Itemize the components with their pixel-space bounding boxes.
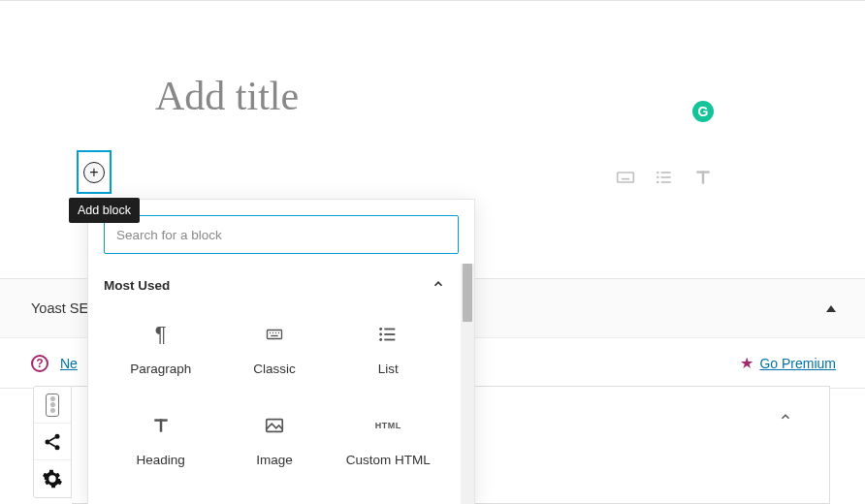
gear-icon bbox=[42, 468, 63, 489]
post-title-input[interactable]: Add title bbox=[155, 73, 299, 119]
html-icon: HTML bbox=[375, 412, 401, 439]
svg-point-8 bbox=[657, 176, 659, 179]
svg-rect-21 bbox=[385, 328, 396, 330]
plus-icon: + bbox=[83, 162, 105, 183]
svg-rect-25 bbox=[385, 338, 396, 340]
svg-line-33 bbox=[49, 443, 55, 446]
block-grid: ¶ Paragraph Classic List bbox=[104, 305, 445, 482]
svg-rect-14 bbox=[267, 330, 281, 338]
svg-rect-13 bbox=[702, 171, 705, 183]
collapse-up-icon bbox=[826, 305, 836, 312]
share-icon bbox=[43, 432, 62, 452]
block-inserter-panel: Most Used ¶ Paragraph Classic bbox=[87, 199, 475, 504]
svg-line-32 bbox=[49, 437, 55, 440]
block-heading[interactable]: Heading bbox=[104, 396, 217, 482]
svg-rect-23 bbox=[385, 333, 396, 335]
tab-social[interactable] bbox=[34, 424, 71, 460]
star-icon: ★ bbox=[740, 354, 753, 372]
yoast-tabs bbox=[33, 386, 72, 498]
traffic-light-icon bbox=[46, 394, 59, 417]
svg-point-20 bbox=[380, 328, 383, 331]
svg-rect-11 bbox=[661, 181, 671, 183]
svg-rect-7 bbox=[661, 172, 671, 173]
svg-point-22 bbox=[380, 332, 383, 335]
grammarly-badge[interactable]: G bbox=[692, 101, 714, 122]
svg-rect-9 bbox=[661, 176, 671, 178]
block-image[interactable]: Image bbox=[217, 396, 331, 482]
heading-icon bbox=[151, 412, 171, 439]
yoast-help-link[interactable]: Ne bbox=[60, 356, 78, 371]
panel-collapse-button[interactable] bbox=[771, 402, 800, 431]
keyboard-icon bbox=[263, 321, 286, 348]
svg-point-6 bbox=[657, 172, 659, 174]
chevron-up-icon bbox=[432, 277, 445, 294]
tab-advanced[interactable] bbox=[34, 460, 71, 497]
chevron-up-icon bbox=[779, 410, 792, 424]
keyboard-icon[interactable] bbox=[616, 168, 635, 191]
svg-point-29 bbox=[55, 433, 60, 438]
block-search-input[interactable] bbox=[104, 215, 459, 254]
add-block-button[interactable]: + bbox=[77, 150, 112, 194]
block-classic[interactable]: Classic bbox=[217, 305, 331, 391]
svg-point-30 bbox=[46, 439, 50, 444]
editor-canvas: Add title G + Add block Most Used bbox=[0, 0, 865, 1]
block-paragraph[interactable]: ¶ Paragraph bbox=[104, 305, 217, 391]
image-icon bbox=[264, 412, 285, 439]
add-block-tooltip: Add block bbox=[69, 198, 140, 223]
section-most-used-header[interactable]: Most Used bbox=[104, 264, 445, 305]
svg-rect-0 bbox=[618, 173, 634, 182]
tab-readability[interactable] bbox=[34, 387, 71, 424]
list-icon[interactable] bbox=[655, 168, 674, 191]
svg-rect-27 bbox=[159, 419, 162, 431]
help-icon[interactable]: ? bbox=[31, 355, 48, 372]
list-icon bbox=[377, 321, 399, 348]
inserter-scrollbar[interactable] bbox=[461, 264, 474, 504]
svg-point-10 bbox=[657, 181, 659, 184]
paragraph-icon: ¶ bbox=[155, 321, 167, 348]
block-list[interactable]: List bbox=[332, 305, 445, 391]
svg-point-24 bbox=[380, 338, 383, 341]
scrollbar-thumb[interactable] bbox=[463, 264, 472, 322]
svg-point-31 bbox=[55, 445, 60, 450]
block-custom-html[interactable]: HTML Custom HTML bbox=[332, 396, 445, 482]
text-icon[interactable] bbox=[693, 168, 713, 191]
formatting-toolbar bbox=[616, 168, 713, 191]
go-premium-link[interactable]: Go Premium bbox=[759, 356, 836, 371]
section-title: Most Used bbox=[104, 278, 170, 293]
